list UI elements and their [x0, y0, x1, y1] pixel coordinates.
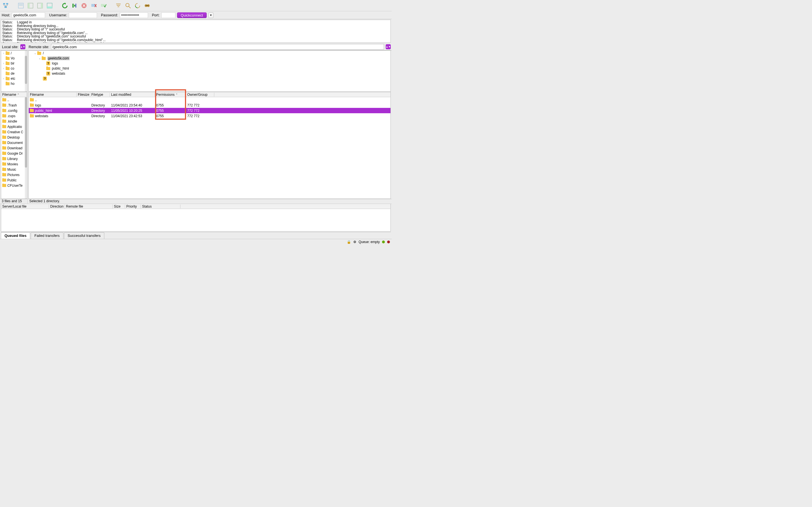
remote-col-filesize[interactable]: Filesize: [77, 93, 90, 97]
list-item[interactable]: public_htmlDirectory11/05/2021 10:20:250…: [29, 108, 391, 113]
folder-icon: [2, 147, 6, 150]
remote-col-ownergroup[interactable]: Owner/Group: [186, 93, 214, 97]
search-icon[interactable]: [124, 2, 132, 10]
tree-item[interactable]: ⌄geekto5k.com: [29, 56, 391, 61]
tree-item[interactable]: de: [1, 71, 27, 76]
local-tree[interactable]: ›/Vo›bir›code›etcho: [1, 50, 28, 92]
queue-col-status[interactable]: Status: [141, 205, 181, 209]
tree-item[interactable]: Vo: [1, 56, 27, 61]
message-log[interactable]: Status:Logged inStatus:Retrieving direct…: [1, 20, 391, 43]
cancel-icon[interactable]: [80, 2, 88, 10]
lock-icon[interactable]: 🔒: [347, 240, 351, 244]
tree-item[interactable]: ?logs: [29, 61, 391, 66]
quickconnect-button[interactable]: Quickconnect: [177, 12, 207, 18]
port-input[interactable]: [161, 12, 175, 18]
queue-col-serverlocal[interactable]: Server/Local file: [1, 205, 49, 209]
remote-col-lastmodified[interactable]: Last modified: [110, 93, 155, 97]
folder-icon: [2, 98, 6, 101]
list-item[interactable]: Public: [1, 177, 27, 183]
tab-successful-transfers[interactable]: Successful transfers: [64, 232, 104, 239]
list-item[interactable]: .kindle: [1, 119, 27, 124]
username-input[interactable]: [69, 12, 97, 18]
process-queue-icon[interactable]: [70, 2, 79, 10]
folder-icon: [46, 67, 50, 70]
remote-site-input[interactable]: [51, 44, 384, 50]
list-item[interactable]: ..: [29, 97, 391, 103]
password-input[interactable]: [120, 12, 148, 18]
folder-icon: [6, 82, 10, 86]
queue-col-remote[interactable]: Remote file: [65, 205, 113, 209]
sync-browse-icon[interactable]: [143, 2, 151, 10]
queue-col-direction[interactable]: Direction: [49, 205, 65, 209]
tree-item[interactable]: ?webstats: [29, 71, 391, 76]
remote-col-permissions[interactable]: Permissions⌃: [155, 93, 186, 97]
tree-item[interactable]: ⌄/: [29, 51, 391, 56]
list-item[interactable]: Movies: [1, 161, 27, 167]
settings-icon[interactable]: ⚙: [353, 240, 356, 244]
list-item[interactable]: Library: [1, 156, 27, 161]
list-item[interactable]: .cups: [1, 113, 27, 119]
svg-rect-0: [3, 3, 5, 4]
host-input[interactable]: [12, 12, 45, 18]
tree-panes: ›/Vo›bir›code›etcho ⌄/⌄geekto5k.com?logs…: [0, 50, 392, 92]
folder-icon: [2, 136, 6, 139]
remote-tree[interactable]: ⌄/⌄geekto5k.com?logspublic_html?webstats…: [29, 50, 391, 92]
list-item[interactable]: webstatsDirectory11/04/2021 23:42:530755…: [29, 113, 391, 119]
quickconnect-dropdown-icon[interactable]: ▼: [208, 12, 213, 18]
refresh-icon[interactable]: [61, 2, 69, 10]
list-item[interactable]: Google Dr: [1, 151, 27, 156]
remote-file-list[interactable]: Filename Filesize Filetype Last modified…: [29, 92, 391, 199]
list-item[interactable]: Music: [1, 167, 27, 172]
tree-item[interactable]: ›bir: [1, 61, 27, 66]
folder-icon: [2, 157, 6, 160]
list-item[interactable]: ..: [1, 97, 27, 103]
list-item[interactable]: Document: [1, 140, 27, 145]
local-col-filename[interactable]: Filename⌃: [1, 93, 27, 97]
tree-item[interactable]: ›co: [1, 66, 27, 71]
sitemanager-icon[interactable]: [2, 2, 10, 10]
reconnect-icon[interactable]: [99, 2, 107, 10]
list-item[interactable]: Desktop: [1, 135, 27, 140]
remote-col-filename[interactable]: Filename: [29, 93, 77, 97]
scrollbar-thumb[interactable]: [25, 56, 27, 84]
toggle-remote-tree-icon[interactable]: [36, 2, 44, 10]
tab-failed-transfers[interactable]: Failed transfers: [31, 232, 63, 239]
queue-body[interactable]: [1, 209, 391, 231]
folder-icon: [6, 72, 10, 75]
tree-item[interactable]: ›/: [1, 51, 27, 56]
list-item[interactable]: logsDirectory11/04/2021 23:54:400755772 …: [29, 103, 391, 108]
list-item[interactable]: .config: [1, 108, 27, 113]
list-item[interactable]: .Trash: [1, 103, 27, 108]
list-item[interactable]: Pictures: [1, 172, 27, 177]
toggle-log-icon[interactable]: [17, 2, 25, 10]
status-dot-red: [387, 240, 390, 243]
folder-icon: [30, 104, 34, 107]
folder-icon: [30, 114, 34, 117]
local-file-list[interactable]: Filename⌃ ...Trash.config.cups.kindleApp…: [1, 92, 28, 199]
queue-tabs: Queued files Failed transfers Successful…: [1, 232, 391, 239]
tree-item[interactable]: ho: [1, 81, 27, 86]
tab-queued-files[interactable]: Queued files: [1, 232, 30, 239]
list-item[interactable]: Applicatio: [1, 124, 27, 129]
disconnect-icon[interactable]: [90, 2, 98, 10]
filter-icon[interactable]: [114, 2, 122, 10]
queue-col-priority[interactable]: Priority: [125, 205, 141, 209]
remote-col-filetype[interactable]: Filetype: [90, 93, 110, 97]
tree-item[interactable]: ›etc: [1, 76, 27, 81]
svg-rect-11: [47, 6, 52, 8]
toggle-local-tree-icon[interactable]: [27, 2, 35, 10]
compare-icon[interactable]: [134, 2, 142, 10]
folder-icon: [2, 104, 6, 107]
list-item[interactable]: CFUserTe: [1, 183, 27, 188]
list-item[interactable]: Creative C: [1, 129, 27, 135]
tree-item[interactable]: public_html: [29, 66, 391, 71]
toggle-queue-icon[interactable]: [46, 2, 54, 10]
folder-icon: [2, 130, 6, 133]
queue-col-size[interactable]: Size: [113, 205, 125, 209]
remote-site-dropdown-icon[interactable]: ▲▼: [386, 44, 391, 49]
list-item[interactable]: Download: [1, 145, 27, 151]
sort-asc-icon: ⌃: [175, 93, 178, 96]
tree-item[interactable]: ?: [29, 76, 391, 81]
scrollbar-thumb[interactable]: [25, 97, 27, 168]
local-site-dropdown-icon[interactable]: ▲▼: [20, 44, 26, 49]
